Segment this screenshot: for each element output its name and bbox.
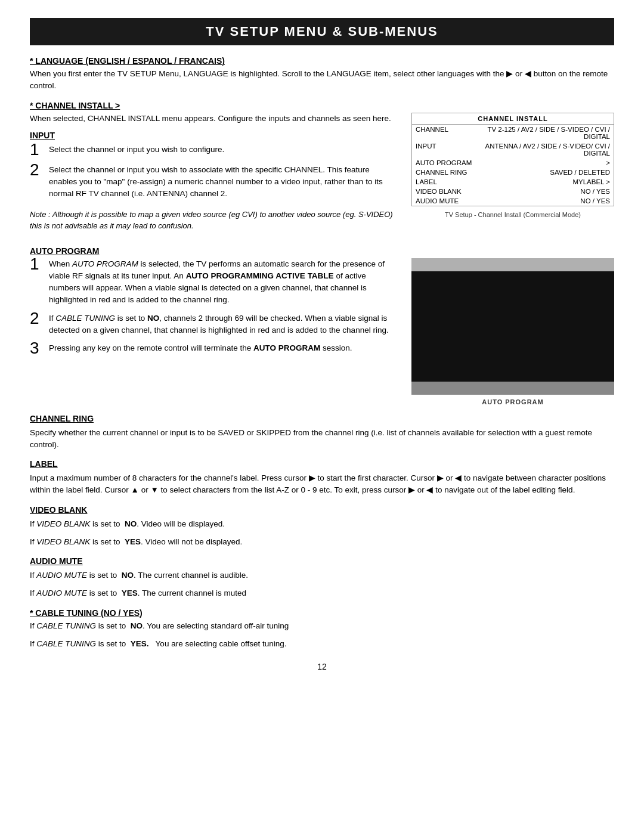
- table-row: AUDIO MUTE NO / YES: [412, 196, 614, 206]
- row-label-auto: AUTO PROGRAM: [412, 158, 476, 168]
- auto-program-image: [411, 258, 614, 395]
- input-step1: 1 Select the channel or input you wish t…: [30, 144, 394, 158]
- channel-ring-body: Specify whether the current channel or i…: [30, 427, 614, 451]
- label-body: Input a maximum number of 8 characters f…: [30, 472, 614, 497]
- cable-tuning-heading: * CABLE TUNING (NO / YES): [30, 608, 614, 618]
- row-value-auto: >: [475, 158, 614, 168]
- language-section: * LANGUAGE (ENGLISH / ESPANOL / FRANCAIS…: [30, 56, 614, 92]
- video-blank-line1: If VIDEO BLANK is set to NO. Video will …: [30, 518, 614, 530]
- audio-mute-heading: AUDIO MUTE: [30, 556, 614, 566]
- row-value-label: MYLABEL >: [475, 177, 614, 187]
- ap-step2-text: If CABLE TUNING is set to NO, channels 2…: [49, 312, 394, 337]
- channel-ring-heading: CHANNEL RING: [30, 414, 614, 423]
- table-row: AUTO PROGRAM >: [412, 158, 614, 168]
- ap-step-num-2: 2: [30, 310, 42, 327]
- language-body: When you first enter the TV SETUP Menu, …: [30, 68, 614, 92]
- ap-bottom-bar: [411, 382, 614, 395]
- row-label-label: LABEL: [412, 177, 476, 187]
- cable-tuning-line1: If CABLE TUNING is set to NO. You are se…: [30, 620, 614, 632]
- channel-ring-section: CHANNEL RING Specify whether the current…: [30, 414, 614, 451]
- channel-install-body: When selected, CHANNEL INSTALL menu appe…: [30, 113, 394, 125]
- input-step2-text: Select the channel or input you wish to …: [49, 164, 394, 200]
- ap-step-num-3: 3: [30, 340, 42, 357]
- page-container: TV SETUP MENU & SUB-MENUS * LANGUAGE (EN…: [0, 0, 644, 833]
- step-num-2: 2: [30, 162, 42, 178]
- note-text: Note : Although it is possible to map a …: [30, 209, 394, 232]
- language-heading: * LANGUAGE (ENGLISH / ESPANOL / FRANCAIS…: [30, 56, 614, 66]
- page-title: TV SETUP MENU & SUB-MENUS: [30, 18, 614, 45]
- auto-program-section: AUTO PROGRAM 1 When AUTO PROGRAM is sele…: [30, 246, 614, 405]
- row-label-channel: CHANNEL: [412, 124, 476, 141]
- auto-program-right: AUTO PROGRAM: [411, 258, 614, 405]
- channel-install-table: CHANNEL INSTALL CHANNEL TV 2-125 / AV2 /…: [411, 113, 614, 206]
- auto-program-heading: AUTO PROGRAM: [30, 246, 614, 256]
- ap-step1-text: When AUTO PROGRAM is selected, the TV pe…: [49, 258, 394, 306]
- channel-install-layout: When selected, CHANNEL INSTALL menu appe…: [30, 113, 614, 238]
- channel-install-section: * CHANNEL INSTALL > When selected, CHANN…: [30, 101, 614, 238]
- audio-mute-line2: If AUDIO MUTE is set to YES. The current…: [30, 587, 614, 599]
- ap-step3: 3 Pressing any key on the remote control…: [30, 342, 394, 357]
- audio-mute-section: AUDIO MUTE If AUDIO MUTE is set to NO. T…: [30, 556, 614, 600]
- row-value-amute: NO / YES: [475, 196, 614, 206]
- row-label-ring: CHANNEL RING: [412, 168, 476, 177]
- ap-step1: 1 When AUTO PROGRAM is selected, the TV …: [30, 258, 394, 306]
- input-step1-text: Select the channel or input you wish to …: [49, 144, 394, 156]
- video-blank-section: VIDEO BLANK If VIDEO BLANK is set to NO.…: [30, 505, 614, 549]
- table-row: INPUT ANTENNA / AV2 / SIDE / S-VIDEO/ CV…: [412, 141, 614, 158]
- row-label-input: INPUT: [412, 141, 476, 158]
- row-value-vblank: NO / YES: [475, 187, 614, 196]
- row-label-vblank: VIDEO BLANK: [412, 187, 476, 196]
- ap-caption: AUTO PROGRAM: [411, 398, 614, 405]
- step-num-1: 1: [30, 141, 42, 158]
- cable-tuning-line2: If CABLE TUNING is set to YES. You are s…: [30, 638, 614, 650]
- row-value-ring: SAVED / DELETED: [475, 168, 614, 177]
- row-value-input: ANTENNA / AV2 / SIDE / S-VIDEO/ CVI / DI…: [475, 141, 614, 158]
- input-heading: INPUT: [30, 131, 394, 140]
- table-row: LABEL MYLABEL >: [412, 177, 614, 187]
- table-caption: TV Setup - Channel Install (Commercial M…: [411, 211, 614, 218]
- row-label-amute: AUDIO MUTE: [412, 196, 476, 206]
- input-section: INPUT 1 Select the channel or input you …: [30, 131, 394, 200]
- channel-install-heading: * CHANNEL INSTALL >: [30, 101, 614, 110]
- channel-install-right: CHANNEL INSTALL CHANNEL TV 2-125 / AV2 /…: [411, 113, 614, 238]
- ap-step-num-1: 1: [30, 256, 42, 272]
- row-value-channel: TV 2-125 / AV2 / SIDE / S-VIDEO / CVI / …: [475, 124, 614, 141]
- audio-mute-line1: If AUDIO MUTE is set to NO. The current …: [30, 569, 614, 581]
- label-heading: LABEL: [30, 459, 614, 469]
- channel-install-left: When selected, CHANNEL INSTALL menu appe…: [30, 113, 394, 238]
- auto-program-left: 1 When AUTO PROGRAM is selected, the TV …: [30, 258, 394, 405]
- page-number: 12: [30, 662, 614, 671]
- table-row: CHANNEL RING SAVED / DELETED: [412, 168, 614, 177]
- ap-step3-text: Pressing any key on the remote control w…: [49, 342, 394, 354]
- input-step2: 2 Select the channel or input you wish t…: [30, 164, 394, 200]
- table-row: CHANNEL TV 2-125 / AV2 / SIDE / S-VIDEO …: [412, 124, 614, 141]
- auto-program-layout: 1 When AUTO PROGRAM is selected, the TV …: [30, 258, 614, 405]
- video-blank-line2: If VIDEO BLANK is set to YES. Video will…: [30, 536, 614, 548]
- label-section: LABEL Input a maximum number of 8 charac…: [30, 459, 614, 497]
- video-blank-heading: VIDEO BLANK: [30, 505, 614, 515]
- ap-screen: [411, 271, 614, 382]
- table-row: VIDEO BLANK NO / YES: [412, 187, 614, 196]
- cable-tuning-section: * CABLE TUNING (NO / YES) If CABLE TUNIN…: [30, 608, 614, 651]
- ap-top-bar: [411, 258, 614, 271]
- ap-step2: 2 If CABLE TUNING is set to NO, channels…: [30, 312, 394, 337]
- table-title: CHANNEL INSTALL: [412, 113, 614, 124]
